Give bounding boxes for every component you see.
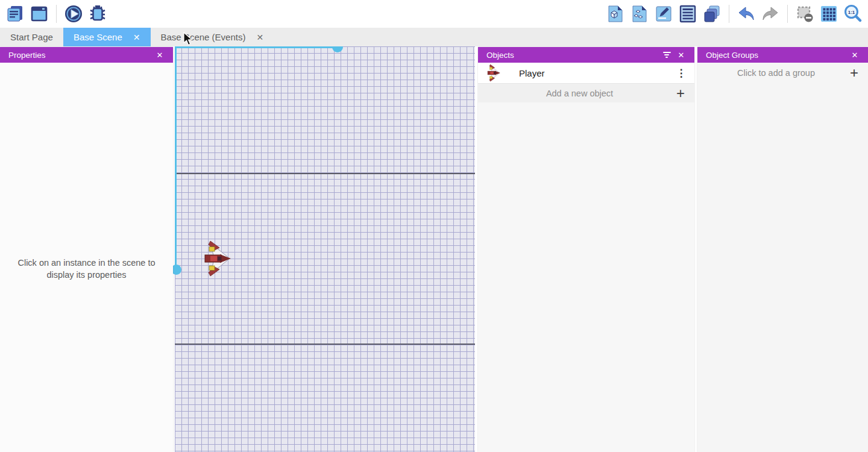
- object-groups-panel: Object Groups ✕ Click to add a group +: [697, 47, 868, 452]
- toolbar-separator: [729, 5, 729, 23]
- instances-list-icon[interactable]: [678, 4, 698, 24]
- object-menu-kebab-icon[interactable]: ⋮: [675, 67, 687, 80]
- undo-icon[interactable]: [736, 4, 756, 24]
- tab-label: Base Scene: [74, 32, 122, 42]
- main-toolbar: 1:1: [0, 0, 868, 28]
- close-icon[interactable]: ✕: [674, 48, 688, 61]
- toolbar-separator: [56, 5, 57, 23]
- properties-panel-icon[interactable]: [653, 4, 674, 24]
- tab-close-icon[interactable]: ✕: [133, 33, 140, 42]
- editor-tabbar: Start Page Base Scene ✕ Base Scene (Even…: [0, 28, 868, 46]
- add-group-label: Click to add a group: [705, 68, 848, 78]
- debugger-icon[interactable]: [87, 4, 108, 24]
- object-groups-panel-icon[interactable]: [629, 4, 650, 24]
- properties-panel-title: Properties: [8, 51, 153, 60]
- properties-panel: Properties ✕ Click on an instance in the…: [0, 47, 173, 452]
- zoom-original-icon[interactable]: 1:1: [843, 4, 863, 24]
- add-group-button[interactable]: Click to add a group +: [697, 63, 868, 83]
- tab-label: Start Page: [10, 32, 53, 42]
- object-name-label: Player: [519, 68, 675, 78]
- grid-toggle-icon[interactable]: [819, 4, 839, 24]
- tab-start-page[interactable]: Start Page: [0, 28, 63, 46]
- tab-close-icon[interactable]: ✕: [256, 33, 263, 42]
- layers-panel-icon[interactable]: [702, 4, 722, 24]
- plus-icon[interactable]: +: [674, 86, 687, 101]
- add-new-object-button[interactable]: Add a new object +: [478, 84, 694, 102]
- object-list-item-player[interactable]: Player ⋮: [478, 63, 694, 84]
- redo-icon[interactable]: [760, 4, 781, 24]
- plus-icon[interactable]: +: [848, 66, 861, 80]
- scene-window-bottom-border: [175, 344, 475, 345]
- start-page-window-icon[interactable]: [29, 4, 49, 24]
- vertical-scrollbar-track[interactable]: [175, 46, 177, 266]
- tab-base-scene-events[interactable]: Base Scene (Events) ✕: [151, 28, 274, 46]
- objects-panel-icon[interactable]: [605, 4, 626, 24]
- project-manager-icon[interactable]: [5, 4, 25, 24]
- filter-icon[interactable]: [659, 48, 674, 61]
- zoom-ratio-label: 1:1: [848, 10, 855, 15]
- toolbar-separator: [787, 5, 788, 23]
- close-icon[interactable]: ✕: [848, 48, 862, 61]
- toolbar-right-group: 1:1: [605, 4, 863, 24]
- player-object-thumbnail: [486, 64, 502, 82]
- play-preview-icon[interactable]: [63, 4, 84, 24]
- add-object-label: Add a new object: [485, 89, 674, 98]
- horizontal-scrollbar-thumb[interactable]: [332, 46, 343, 52]
- properties-panel-header: Properties ✕: [0, 47, 173, 63]
- properties-empty-message: Click on an instance in the scene to dis…: [0, 257, 173, 281]
- horizontal-scrollbar-track[interactable]: [175, 46, 333, 48]
- objects-panel: Objects ✕ Player ⋮ Add a new object +: [478, 47, 694, 452]
- scene-canvas[interactable]: [175, 46, 475, 452]
- scene-window-top-border: [175, 173, 475, 174]
- close-icon[interactable]: ✕: [153, 48, 167, 61]
- player-instance-sprite[interactable]: [203, 240, 231, 277]
- object-groups-panel-header: Object Groups ✕: [697, 47, 868, 63]
- gdevelop-window: 1:1 Start Page Base Scene ✕ Base Scene (…: [0, 0, 868, 452]
- tab-base-scene[interactable]: Base Scene ✕: [63, 28, 151, 46]
- object-groups-panel-title: Object Groups: [706, 51, 848, 60]
- toolbar-left-group: [5, 4, 108, 24]
- objects-panel-header: Objects ✕: [478, 47, 694, 63]
- tab-label: Base Scene (Events): [161, 32, 246, 42]
- objects-panel-title: Objects: [486, 51, 659, 60]
- mask-remove-icon: [794, 4, 815, 24]
